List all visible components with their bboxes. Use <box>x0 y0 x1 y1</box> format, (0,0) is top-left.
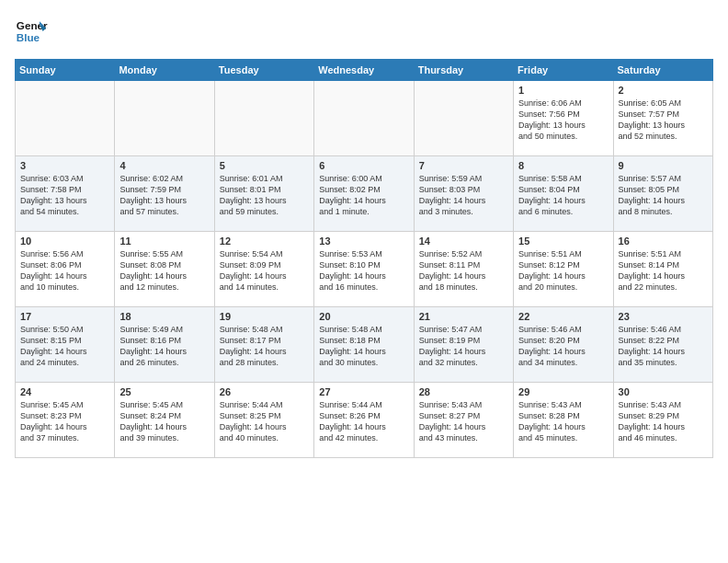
cell-info: Sunrise: 5:49 AM Sunset: 8:16 PM Dayligh… <box>119 324 209 369</box>
cell-info: Sunrise: 5:58 AM Sunset: 8:04 PM Dayligh… <box>518 173 608 218</box>
day-number: 29 <box>518 386 608 397</box>
cell-info: Sunrise: 5:43 AM Sunset: 8:28 PM Dayligh… <box>518 399 608 444</box>
day-number: 26 <box>220 386 309 397</box>
weekday-header: Sunday <box>16 60 115 81</box>
cell-info: Sunrise: 5:59 AM Sunset: 8:03 PM Dayligh… <box>419 173 508 218</box>
day-number: 12 <box>220 236 309 247</box>
calendar-cell: 24Sunrise: 5:45 AM Sunset: 8:23 PM Dayli… <box>16 383 115 458</box>
calendar-week-row: 24Sunrise: 5:45 AM Sunset: 8:23 PM Dayli… <box>16 383 713 458</box>
day-number: 15 <box>518 236 608 247</box>
day-number: 7 <box>419 160 508 171</box>
cell-info: Sunrise: 5:48 AM Sunset: 8:18 PM Dayligh… <box>319 324 408 369</box>
cell-info: Sunrise: 6:00 AM Sunset: 8:02 PM Dayligh… <box>319 173 408 218</box>
cell-info: Sunrise: 5:52 AM Sunset: 8:11 PM Dayligh… <box>419 248 508 293</box>
calendar-cell: 27Sunrise: 5:44 AM Sunset: 8:26 PM Dayli… <box>314 383 414 458</box>
day-number: 8 <box>518 160 608 171</box>
calendar-week-row: 17Sunrise: 5:50 AM Sunset: 8:15 PM Dayli… <box>16 307 713 383</box>
calendar-cell: 6Sunrise: 6:00 AM Sunset: 8:02 PM Daylig… <box>314 156 414 232</box>
calendar-cell: 12Sunrise: 5:54 AM Sunset: 8:09 PM Dayli… <box>214 232 313 307</box>
day-number: 3 <box>20 160 109 171</box>
cell-info: Sunrise: 6:01 AM Sunset: 8:01 PM Dayligh… <box>220 173 309 218</box>
svg-text:Blue: Blue <box>17 31 40 43</box>
weekday-header: Saturday <box>613 60 712 81</box>
cell-info: Sunrise: 5:53 AM Sunset: 8:10 PM Dayligh… <box>319 248 408 293</box>
calendar-cell: 14Sunrise: 5:52 AM Sunset: 8:11 PM Dayli… <box>414 232 513 307</box>
calendar-week-row: 3Sunrise: 6:03 AM Sunset: 7:58 PM Daylig… <box>16 156 713 232</box>
cell-info: Sunrise: 5:46 AM Sunset: 8:22 PM Dayligh… <box>619 324 708 369</box>
calendar-cell: 15Sunrise: 5:51 AM Sunset: 8:12 PM Dayli… <box>514 232 613 307</box>
cell-info: Sunrise: 5:45 AM Sunset: 8:24 PM Dayligh… <box>119 399 209 444</box>
day-number: 24 <box>20 386 109 397</box>
calendar-cell: 2Sunrise: 6:05 AM Sunset: 7:57 PM Daylig… <box>613 81 712 156</box>
cell-info: Sunrise: 5:54 AM Sunset: 8:09 PM Dayligh… <box>220 248 309 293</box>
calendar-cell <box>414 81 513 156</box>
weekday-header: Thursday <box>414 60 513 81</box>
calendar-week-row: 10Sunrise: 5:56 AM Sunset: 8:06 PM Dayli… <box>16 232 713 307</box>
day-number: 30 <box>619 386 708 397</box>
cell-info: Sunrise: 5:56 AM Sunset: 8:06 PM Dayligh… <box>20 248 109 293</box>
calendar-cell: 3Sunrise: 6:03 AM Sunset: 7:58 PM Daylig… <box>16 156 115 232</box>
logo-icon: General Blue <box>15 15 48 48</box>
calendar-cell: 10Sunrise: 5:56 AM Sunset: 8:06 PM Dayli… <box>16 232 115 307</box>
day-number: 22 <box>518 311 608 322</box>
calendar-cell: 13Sunrise: 5:53 AM Sunset: 8:10 PM Dayli… <box>314 232 414 307</box>
calendar-cell: 7Sunrise: 5:59 AM Sunset: 8:03 PM Daylig… <box>414 156 513 232</box>
cell-info: Sunrise: 6:06 AM Sunset: 7:56 PM Dayligh… <box>518 98 608 143</box>
calendar-cell: 28Sunrise: 5:43 AM Sunset: 8:27 PM Dayli… <box>414 383 513 458</box>
calendar-cell: 8Sunrise: 5:58 AM Sunset: 8:04 PM Daylig… <box>514 156 613 232</box>
cell-info: Sunrise: 5:55 AM Sunset: 8:08 PM Dayligh… <box>119 248 209 293</box>
calendar-cell <box>115 81 214 156</box>
day-number: 16 <box>619 236 708 247</box>
cell-info: Sunrise: 5:51 AM Sunset: 8:14 PM Dayligh… <box>619 248 708 293</box>
calendar-cell: 19Sunrise: 5:48 AM Sunset: 8:17 PM Dayli… <box>214 307 313 383</box>
calendar-cell: 9Sunrise: 5:57 AM Sunset: 8:05 PM Daylig… <box>613 156 712 232</box>
cell-info: Sunrise: 5:51 AM Sunset: 8:12 PM Dayligh… <box>518 248 608 293</box>
calendar-cell: 17Sunrise: 5:50 AM Sunset: 8:15 PM Dayli… <box>16 307 115 383</box>
calendar-cell: 5Sunrise: 6:01 AM Sunset: 8:01 PM Daylig… <box>214 156 313 232</box>
cell-info: Sunrise: 5:44 AM Sunset: 8:25 PM Dayligh… <box>220 399 309 444</box>
calendar-cell: 29Sunrise: 5:43 AM Sunset: 8:28 PM Dayli… <box>514 383 613 458</box>
header: General Blue <box>15 15 713 48</box>
calendar-cell <box>314 81 414 156</box>
day-number: 20 <box>319 311 408 322</box>
cell-info: Sunrise: 5:45 AM Sunset: 8:23 PM Dayligh… <box>20 399 109 444</box>
calendar-cell: 20Sunrise: 5:48 AM Sunset: 8:18 PM Dayli… <box>314 307 414 383</box>
day-number: 1 <box>518 85 608 96</box>
weekday-header: Friday <box>514 60 613 81</box>
calendar-week-row: 1Sunrise: 6:06 AM Sunset: 7:56 PM Daylig… <box>16 81 713 156</box>
day-number: 10 <box>20 236 109 247</box>
calendar-cell: 26Sunrise: 5:44 AM Sunset: 8:25 PM Dayli… <box>214 383 313 458</box>
calendar-cell: 16Sunrise: 5:51 AM Sunset: 8:14 PM Dayli… <box>613 232 712 307</box>
cell-info: Sunrise: 5:47 AM Sunset: 8:19 PM Dayligh… <box>419 324 508 369</box>
day-number: 11 <box>119 236 209 247</box>
calendar-cell: 23Sunrise: 5:46 AM Sunset: 8:22 PM Dayli… <box>613 307 712 383</box>
calendar-cell: 22Sunrise: 5:46 AM Sunset: 8:20 PM Dayli… <box>514 307 613 383</box>
day-number: 19 <box>220 311 309 322</box>
day-number: 14 <box>419 236 508 247</box>
day-number: 28 <box>419 386 508 397</box>
logo: General Blue <box>15 15 48 48</box>
day-number: 17 <box>20 311 109 322</box>
calendar-cell <box>16 81 115 156</box>
calendar-cell: 25Sunrise: 5:45 AM Sunset: 8:24 PM Dayli… <box>115 383 214 458</box>
day-number: 18 <box>119 311 209 322</box>
cell-info: Sunrise: 6:02 AM Sunset: 7:59 PM Dayligh… <box>119 173 209 218</box>
calendar-cell <box>214 81 313 156</box>
day-number: 4 <box>119 160 209 171</box>
cell-info: Sunrise: 5:48 AM Sunset: 8:17 PM Dayligh… <box>220 324 309 369</box>
cell-info: Sunrise: 5:43 AM Sunset: 8:29 PM Dayligh… <box>619 399 708 444</box>
weekday-header: Tuesday <box>214 60 313 81</box>
weekday-header: Monday <box>115 60 214 81</box>
calendar-table: SundayMondayTuesdayWednesdayThursdayFrid… <box>15 59 713 458</box>
cell-info: Sunrise: 5:57 AM Sunset: 8:05 PM Dayligh… <box>619 173 708 218</box>
day-number: 2 <box>619 85 708 96</box>
day-number: 21 <box>419 311 508 322</box>
cell-info: Sunrise: 6:03 AM Sunset: 7:58 PM Dayligh… <box>20 173 109 218</box>
day-number: 25 <box>119 386 209 397</box>
cell-info: Sunrise: 5:50 AM Sunset: 8:15 PM Dayligh… <box>20 324 109 369</box>
weekday-header-row: SundayMondayTuesdayWednesdayThursdayFrid… <box>16 60 713 81</box>
day-number: 23 <box>619 311 708 322</box>
day-number: 6 <box>319 160 408 171</box>
cell-info: Sunrise: 5:46 AM Sunset: 8:20 PM Dayligh… <box>518 324 608 369</box>
day-number: 9 <box>619 160 708 171</box>
